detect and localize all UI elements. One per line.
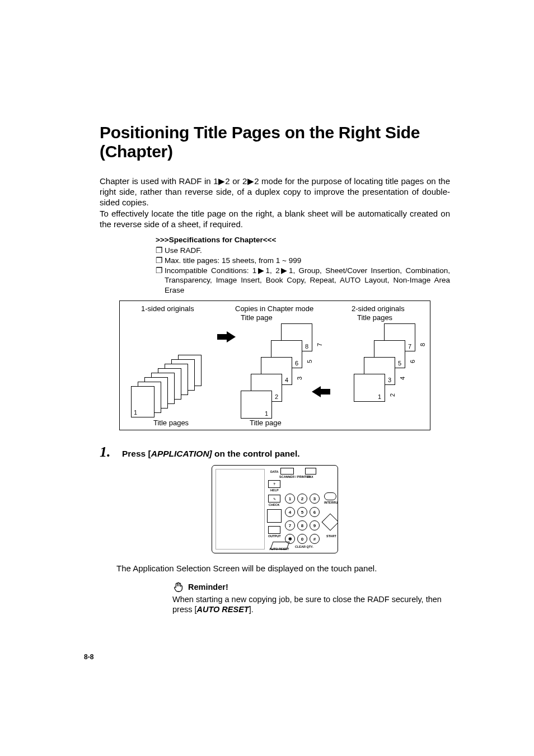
keypad-key: 9 (310, 520, 320, 530)
step-button-name: APPLICATION] (151, 449, 212, 458)
keypad-row: ✱ 0 # (285, 534, 320, 544)
panel-label-start: START (326, 534, 336, 538)
intro-paragraph-1: Chapter is used with RADF in 1▶2 or 2▶2 … (100, 176, 450, 208)
panel-label-check: CHECK (269, 503, 280, 506)
panel-output-button (268, 526, 280, 534)
panel-label-clear: CLEAR QTY. (295, 545, 313, 548)
panel-fax-box (305, 468, 316, 475)
page-num: 1 (265, 410, 268, 417)
keypad-key: 2 (297, 494, 307, 504)
page-num: 4 (285, 377, 288, 383)
bullet-icon: ❐ (156, 266, 165, 276)
chapter-diagram: 1-sided originals Copies in Chapter mode… (119, 300, 430, 430)
reminder-text: When starting a new copying job, be sure… (172, 594, 450, 614)
panel-interrupt-button (324, 492, 336, 500)
keypad-row: 7 8 9 (285, 520, 320, 530)
reminder-heading: Reminder! (188, 582, 228, 592)
page-rot-num: 5 (306, 360, 313, 363)
panel-check-button: ✎ (268, 495, 280, 503)
step-suffix: on the control panel. (212, 449, 300, 458)
intro-paragraph-2: To effectively locate the title page on … (100, 208, 450, 229)
keypad-key: # (310, 534, 320, 544)
diagram-label-titlepage-bottom: Title page (250, 419, 282, 427)
diagram-label-center: Copies in Chapter mode (235, 304, 313, 313)
page-num: 2 (275, 393, 278, 400)
panel-dial (267, 509, 282, 523)
panel-label-fax: FAX (307, 475, 313, 478)
sheet-num: 1 (134, 409, 137, 416)
step-1: 1. Press [APPLICATION] on the control pa… (100, 444, 450, 461)
keypad-key: 8 (297, 520, 307, 530)
page-num: 1 (378, 393, 381, 400)
keypad-key: 0 (297, 534, 307, 544)
arrow-left-icon (311, 387, 330, 396)
diagram-label-titlepages-bottom: Title pages (153, 419, 189, 427)
spec-bullet: ❐ Max. title pages: 15 sheets, from 1 ~ … (156, 256, 450, 266)
keypad-key: 6 (310, 507, 320, 517)
panel-label-autoreset: AUTO RESET (269, 547, 289, 551)
reminder-line2: ]. (249, 605, 254, 614)
panel-label-interrupt: INTERRUPT (324, 501, 338, 504)
diagram-label-right: 2-sided originals (352, 304, 405, 313)
page-number: 8-8 (84, 653, 93, 661)
page-num: 5 (398, 360, 401, 367)
panel-help-button: ? (268, 480, 280, 488)
keypad-row: 1 2 3 (285, 494, 320, 504)
panel-label-output: OUTPUT (268, 534, 281, 538)
page-rot-num: 3 (296, 377, 303, 380)
bullet-icon: ❐ (156, 246, 165, 256)
specifications-block: >>>Specifications for Chapter<<< ❐ Use R… (156, 235, 450, 295)
page-rot-num: 4 (399, 377, 406, 380)
page-num: 7 (408, 343, 411, 350)
keypad-key: 4 (285, 507, 295, 517)
panel-stop-button (321, 514, 338, 531)
spec-text: Max. title pages: 15 sheets, from 1 ~ 99… (165, 256, 450, 266)
specs-heading: >>>Specifications for Chapter<<< (156, 235, 450, 245)
panel-label-data: DATA (270, 470, 278, 473)
step-instruction: Press [APPLICATION] on the control panel… (122, 449, 300, 459)
result-text: The Application Selection Screen will be… (116, 564, 450, 573)
spec-text: Incompatible Conditions: 1▶1, 2▶1, Group… (165, 266, 450, 295)
page-num: 6 (295, 360, 298, 367)
diagram-label-titlepage-top: Title page (241, 313, 273, 322)
step-number: 1. (100, 444, 122, 461)
keypad-key: 1 (285, 494, 295, 504)
reminder-block: Reminder! When starting a new copying jo… (172, 581, 450, 614)
panel-label-help: HELP (270, 489, 279, 492)
spec-text: Use RADF. (165, 246, 450, 256)
diagram-label-titlepages-top: Title pages (357, 313, 392, 322)
spec-bullet: ❐ Incompatible Conditions: 1▶1, 2▶1, Gro… (156, 266, 450, 295)
page-num: 3 (388, 377, 391, 383)
page-rot-num: 2 (389, 393, 396, 397)
page-rot-num: 6 (409, 360, 416, 363)
step-prefix: Press [ (122, 449, 151, 458)
page-title: Positioning Title Pages on the Right Sid… (100, 123, 450, 161)
panel-screen (216, 469, 265, 550)
panel-label-scanner: SCANNER / PRINTER (279, 475, 311, 478)
spec-bullet: ❐ Use RADF. (156, 246, 450, 256)
control-panel-illustration: DATA SCANNER / PRINTER FAX ? HELP ✎ CHEC… (212, 465, 338, 553)
arrow-right-icon (217, 332, 236, 341)
panel-scanner-box (280, 468, 294, 475)
bullet-icon: ❐ (156, 256, 165, 266)
page-rot-num: 7 (316, 343, 323, 346)
page-rot-num: 8 (419, 343, 426, 346)
reminder-button: AUTO RESET (197, 605, 249, 614)
keypad-key: 5 (297, 507, 307, 517)
diagram-label-left: 1-sided originals (141, 304, 194, 313)
keypad-row: 4 5 6 (285, 507, 320, 517)
hand-icon (172, 581, 185, 593)
keypad-key: 3 (310, 494, 320, 504)
keypad-key: 7 (285, 520, 295, 530)
page-num: 8 (305, 343, 308, 350)
